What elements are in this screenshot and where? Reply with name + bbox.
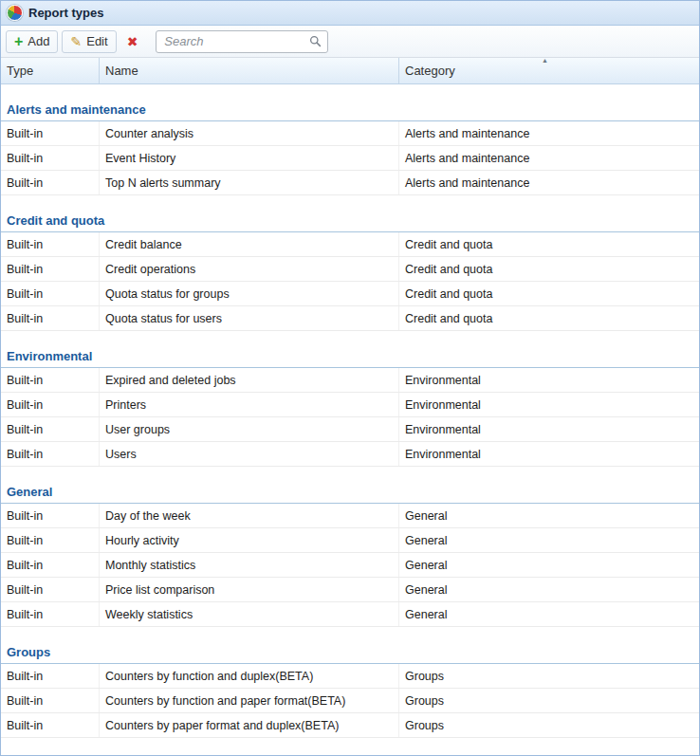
cell-category: General — [399, 528, 699, 552]
grid-body: Alerts and maintenanceBuilt-inCounter an… — [1, 84, 699, 738]
delete-button[interactable]: ✖ — [120, 30, 145, 53]
add-button[interactable]: + Add — [6, 30, 58, 53]
cell-category: Environmental — [399, 393, 699, 416]
cell-category: Alerts and maintenance — [399, 146, 699, 170]
cell-category: Credit and quota — [399, 232, 699, 256]
report-types-window: Report types + Add ✎ Edit ✖ Type Name — [0, 0, 700, 756]
table-row[interactable]: Built-inCredit balanceCredit and quota — [1, 232, 699, 257]
cell-type: Built-in — [1, 689, 100, 712]
cell-type: Built-in — [1, 306, 100, 330]
cell-name: Credit balance — [100, 232, 399, 256]
table-row[interactable]: Built-inQuota status for groupsCredit an… — [1, 282, 699, 306]
plus-icon: + — [14, 34, 23, 49]
table-row[interactable]: Built-inHourly activityGeneral — [1, 528, 699, 553]
cell-type: Built-in — [1, 121, 100, 145]
cell-type: Built-in — [1, 171, 100, 194]
cell-name: Day of the week — [100, 504, 399, 527]
cell-category: Environmental — [399, 417, 699, 441]
cell-type: Built-in — [1, 553, 100, 577]
cell-type: Built-in — [1, 393, 100, 416]
delete-x-icon: ✖ — [127, 35, 138, 48]
column-header-category-label: Category — [405, 64, 455, 78]
table-row[interactable]: Built-inPrintersEnvironmental — [1, 393, 699, 417]
toolbar: + Add ✎ Edit ✖ — [1, 26, 699, 58]
group-header[interactable]: General — [1, 467, 699, 504]
cell-category: General — [399, 553, 699, 577]
search-input[interactable] — [156, 30, 328, 53]
cell-type: Built-in — [1, 578, 100, 601]
titlebar: Report types — [1, 1, 699, 26]
table-row[interactable]: Built-inCounters by function and duplex(… — [1, 664, 699, 689]
column-header-type[interactable]: Type — [1, 58, 100, 83]
cell-type: Built-in — [1, 368, 100, 392]
cell-category: Alerts and maintenance — [399, 171, 699, 194]
table-row[interactable]: Built-inCounter analysisAlerts and maint… — [1, 121, 699, 146]
column-header-name-label: Name — [105, 64, 138, 78]
cell-name: Top N alerts summary — [100, 171, 399, 194]
table-row[interactable]: Built-inTop N alerts summaryAlerts and m… — [1, 171, 699, 195]
cell-type: Built-in — [1, 442, 100, 466]
cell-name: Event History — [100, 146, 399, 170]
cell-name: Expired and deleted jobs — [100, 368, 399, 392]
cell-type: Built-in — [1, 504, 100, 527]
cell-name: Users — [100, 442, 399, 466]
cell-category: General — [399, 578, 699, 601]
cell-type: Built-in — [1, 602, 100, 626]
grid-header: Type Name Category ▲ — [1, 58, 699, 84]
edit-button-label: Edit — [86, 34, 107, 48]
table-row[interactable]: Built-inCounters by function and paper f… — [1, 689, 699, 713]
cell-type: Built-in — [1, 232, 100, 256]
sort-caret-up-icon: ▲ — [542, 57, 548, 64]
table-row[interactable]: Built-inWeekly statisticsGeneral — [1, 602, 699, 627]
table-row[interactable]: Built-inCredit operationsCredit and quot… — [1, 257, 699, 282]
group-header[interactable]: Environmental — [1, 331, 699, 368]
cell-category: Alerts and maintenance — [399, 121, 699, 145]
cell-category: Groups — [399, 713, 699, 737]
table-row[interactable]: Built-inQuota status for usersCredit and… — [1, 306, 699, 331]
cell-category: Groups — [399, 689, 699, 712]
cell-name: User groups — [100, 417, 399, 441]
cell-name: Price list comparison — [100, 578, 399, 601]
table-row[interactable]: Built-inMonthly statisticsGeneral — [1, 553, 699, 578]
group-header[interactable]: Groups — [1, 627, 699, 664]
cell-type: Built-in — [1, 146, 100, 170]
cell-name: Credit operations — [100, 257, 399, 281]
cell-type: Built-in — [1, 417, 100, 441]
cell-type: Built-in — [1, 664, 100, 688]
cell-category: Environmental — [399, 368, 699, 392]
cell-category: Environmental — [399, 442, 699, 466]
cell-name: Weekly statistics — [100, 602, 399, 626]
table-row[interactable]: Built-inPrice list comparisonGeneral — [1, 578, 699, 602]
cell-category: Credit and quota — [399, 257, 699, 281]
cell-name: Quota status for users — [100, 306, 399, 330]
search-box — [156, 30, 328, 53]
column-header-type-label: Type — [7, 64, 33, 78]
column-header-name[interactable]: Name — [100, 58, 399, 83]
cell-name: Counters by paper format and duplex(BETA… — [100, 713, 399, 737]
cell-category: Credit and quota — [399, 282, 699, 305]
table-row[interactable]: Built-inEvent HistoryAlerts and maintena… — [1, 146, 699, 171]
table-row[interactable]: Built-inCounters by paper format and dup… — [1, 713, 699, 738]
cell-category: General — [399, 602, 699, 626]
table-row[interactable]: Built-inDay of the weekGeneral — [1, 504, 699, 528]
cell-category: General — [399, 504, 699, 527]
cell-type: Built-in — [1, 528, 100, 552]
pie-chart-icon — [7, 5, 23, 21]
add-button-label: Add — [28, 34, 49, 48]
group-header[interactable]: Alerts and maintenance — [1, 84, 699, 121]
cell-name: Hourly activity — [100, 528, 399, 552]
cell-name: Quota status for groups — [100, 282, 399, 305]
cell-name: Monthly statistics — [100, 553, 399, 577]
cell-name: Counters by function and paper format(BE… — [100, 689, 399, 712]
table-row[interactable]: Built-inUser groupsEnvironmental — [1, 417, 699, 442]
cell-type: Built-in — [1, 282, 100, 305]
window-title: Report types — [28, 6, 103, 20]
cell-type: Built-in — [1, 257, 100, 281]
table-row[interactable]: Built-inUsersEnvironmental — [1, 442, 699, 467]
cell-type: Built-in — [1, 713, 100, 737]
column-header-category[interactable]: Category ▲ — [399, 58, 699, 83]
edit-button[interactable]: ✎ Edit — [62, 30, 116, 53]
table-row[interactable]: Built-inExpired and deleted jobsEnvironm… — [1, 368, 699, 393]
group-header[interactable]: Credit and quota — [1, 195, 699, 232]
cell-category: Groups — [399, 664, 699, 688]
